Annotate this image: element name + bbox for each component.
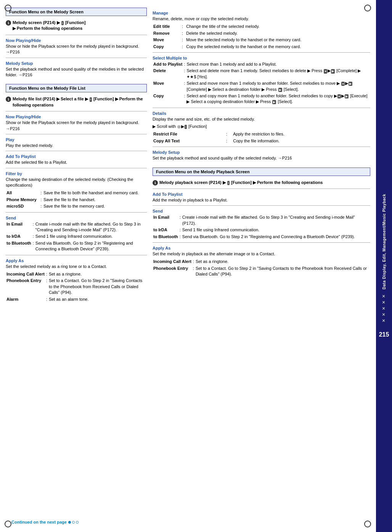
details-copyall-colon: : bbox=[225, 138, 232, 144]
send-email-val-1: Create i-mode mail with the file attache… bbox=[35, 221, 147, 234]
details-scroll: ▶ Scroll with ◎▶i [Function] bbox=[153, 124, 370, 129]
filter-micro-row: microSD : Save the file to the memory ca… bbox=[6, 203, 147, 210]
filter-micro-val: Save the file to the memory card. bbox=[43, 203, 147, 210]
main-content: Function Menu on the Melody Screen 1 Mel… bbox=[0, 0, 376, 532]
manage-edit-key: Edit title bbox=[153, 23, 181, 30]
manage-move-row: Move : Move the selected melody to the h… bbox=[153, 37, 370, 43]
apply-incoming-colon-1: : bbox=[45, 271, 48, 277]
manage-edit-row: Edit title : Change the title of the sel… bbox=[153, 23, 370, 30]
divider-r5 bbox=[153, 205, 370, 206]
add-to-playlist-playback-body: Add the melody in playback to a Playlist… bbox=[153, 197, 370, 203]
corner-mark-bottom-right bbox=[364, 521, 371, 527]
function-box-file-list: Function Menu on the Melody File List bbox=[6, 84, 147, 92]
right-column: Manage Rename, delete, move or copy the … bbox=[153, 8, 370, 524]
filter-by-body: Change the saving destination of the sel… bbox=[6, 177, 147, 189]
send-bt-row-2: to Bluetooth : Send via Bluetooth. Go to… bbox=[153, 234, 370, 240]
left-column: Function Menu on the Melody Screen 1 Mel… bbox=[6, 8, 147, 524]
sidebar-label: Data Display, Edit, Management/Music Pla… bbox=[382, 194, 386, 289]
melody-setup-header-1: Melody Setup bbox=[6, 61, 147, 66]
send-irda-val-1: Send 1 file using Infrared communication… bbox=[35, 233, 147, 240]
details-table: Restrict File : Apply the restriction to… bbox=[153, 131, 370, 144]
filter-by-header: Filter by bbox=[6, 171, 147, 176]
sm-move-val: Select and move more than 1 melody to an… bbox=[186, 80, 370, 93]
send-bt-key-2: to Bluetooth bbox=[153, 234, 179, 240]
step-number-1: 1 bbox=[6, 20, 11, 26]
divider-4 bbox=[6, 134, 147, 134]
apply-phonebook-val-1: Set to a Contact. Go to Step 2 in "Savin… bbox=[48, 277, 147, 296]
send-bt-colon-2: : bbox=[179, 234, 182, 240]
add-to-playlist-header: Add To Playlist bbox=[6, 154, 147, 159]
sm-copy-key: Copy bbox=[153, 93, 183, 105]
apply-alarm-row-1: Alarm : Set as an alarm tone. bbox=[6, 296, 147, 303]
manage-remove-val: Delete the selected melody. bbox=[185, 30, 370, 37]
divider-r1 bbox=[153, 52, 370, 53]
send-bt-row-1: to Bluetooth : Send via Bluetooth. Go to… bbox=[6, 240, 147, 253]
sidebar-dot5: × bbox=[382, 318, 386, 324]
send-irda-val-2: Send 1 file using Infrared communication… bbox=[182, 227, 370, 233]
add-to-playlist-body: Add the selected file to a Playlist. bbox=[6, 160, 147, 165]
apply-alarm-key-1: Alarm bbox=[6, 296, 45, 303]
send-irda-key-1: to IrDA bbox=[6, 233, 32, 240]
melody-setup-body-1: Set the playback method and sound qualit… bbox=[6, 66, 147, 78]
divider-1 bbox=[6, 35, 147, 35]
divider-r6 bbox=[153, 242, 370, 243]
send-email-row-2: In Email : Create i-mode mail with the f… bbox=[153, 214, 370, 227]
details-body: Display the name and size, etc. of the s… bbox=[153, 116, 370, 122]
filter-all-val: Save the file to both the handset and me… bbox=[43, 190, 147, 196]
manage-move-key: Move bbox=[153, 37, 181, 43]
step1-melody-screen: 1 Melody screen (P214) ▶ i [Function]▶ P… bbox=[6, 20, 147, 32]
apply-incoming-key-1: Incoming Call Alert bbox=[6, 271, 45, 277]
sm-copy-colon: : bbox=[183, 93, 186, 105]
sm-move-colon: : bbox=[183, 80, 186, 93]
select-multiple-header: Select Multiple to bbox=[153, 56, 370, 60]
function-box-melody-screen: Function Menu on the Melody Screen bbox=[6, 8, 147, 16]
apply-as-header-2: Apply As bbox=[153, 246, 370, 250]
divider-r4 bbox=[153, 189, 370, 189]
divider-8 bbox=[6, 255, 147, 255]
divider-5 bbox=[6, 151, 147, 151]
send-email-key-2: In Email bbox=[153, 214, 179, 227]
manage-copy-row: Copy : Copy the selected melody to the h… bbox=[153, 44, 370, 50]
apply-phonebook-key-2: Phonebook Entry bbox=[153, 265, 192, 278]
manage-edit-colon: : bbox=[181, 23, 185, 30]
details-restrict-key: Restrict File bbox=[153, 131, 225, 137]
function-box-playback-label: Function Menu on the Melody Playback Scr… bbox=[156, 169, 250, 174]
manage-header: Manage bbox=[153, 11, 370, 15]
filter-by-table: All : Save the file to both the handset … bbox=[6, 190, 147, 210]
sm-copy-row: Copy : Select and copy more than 1 melod… bbox=[153, 93, 370, 105]
send-bt-val-1: Send via Bluetooth. Go to Step 2 in "Reg… bbox=[35, 240, 147, 253]
apply-incoming-val-2: Set as a ringtone. bbox=[195, 258, 370, 265]
details-restrict-val: Apply the restriction to files. bbox=[232, 131, 370, 137]
dot-2 bbox=[72, 521, 75, 524]
manage-remove-colon: : bbox=[181, 30, 185, 37]
send-irda-key-2: to IrDA bbox=[153, 227, 179, 233]
select-multiple-table: Add to Playlist : Select more than 1 mel… bbox=[153, 61, 370, 105]
send-irda-colon-1: : bbox=[32, 233, 35, 240]
apply-as-body-1: Set the selected melody as a ring tone o… bbox=[6, 264, 147, 269]
step1-playback-text: Melody playback screen (P214) ▶ i [Funct… bbox=[159, 180, 323, 185]
apply-as-body-2: Set the melody in playback as the altern… bbox=[153, 251, 370, 257]
send-table-1: In Email : Create i-mode mail with the f… bbox=[6, 221, 147, 253]
sidebar-dot4: × bbox=[382, 311, 386, 318]
step1-file-list-text: Melody file list (P214) ▶ Select a file … bbox=[13, 96, 147, 108]
function-box-melody-screen-label: Function Menu on the Melody Screen bbox=[9, 10, 84, 14]
send-header-2: Send bbox=[153, 209, 370, 213]
page-number: 215 bbox=[379, 331, 389, 338]
filter-all-key: All bbox=[6, 190, 40, 196]
now-playing-hide-body-2: Show or hide the Playback screen for the… bbox=[6, 120, 147, 132]
sm-playlist-val: Select more than 1 melody and add to a P… bbox=[186, 61, 370, 68]
dot-1 bbox=[68, 521, 71, 524]
send-bt-colon-1: : bbox=[32, 240, 35, 253]
now-playing-hide-header-1: Now Playing/Hide bbox=[6, 38, 147, 43]
sm-delete-val: Select and delete more than 1 melody. Se… bbox=[186, 68, 370, 80]
manage-table: Edit title : Change the title of the sel… bbox=[153, 23, 370, 50]
details-restrict-colon: : bbox=[225, 131, 232, 137]
filter-all-colon: : bbox=[40, 190, 43, 196]
apply-as-table-1: Incoming Call Alert : Set as a ringtone.… bbox=[6, 271, 147, 303]
sidebar-dot2: × bbox=[382, 299, 386, 305]
continued-bar: Continued on the next page bbox=[11, 520, 79, 524]
divider-6 bbox=[6, 168, 147, 168]
divider-3 bbox=[6, 111, 147, 111]
continued-text: Continued on the next page bbox=[11, 520, 67, 524]
sm-delete-key: Delete bbox=[153, 68, 183, 80]
